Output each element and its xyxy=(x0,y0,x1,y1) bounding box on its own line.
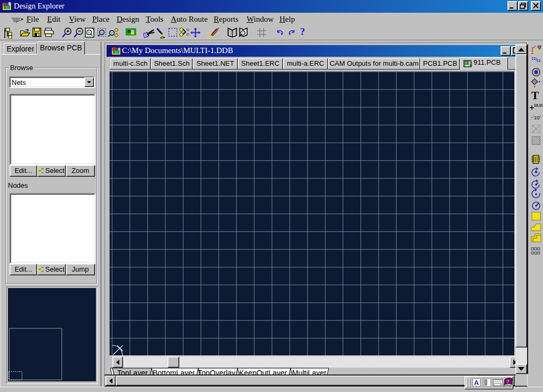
svg-text:?: ? xyxy=(506,378,510,385)
svg-text:10: 10 xyxy=(534,115,539,120)
svg-text:10,10: 10,10 xyxy=(534,103,542,108)
